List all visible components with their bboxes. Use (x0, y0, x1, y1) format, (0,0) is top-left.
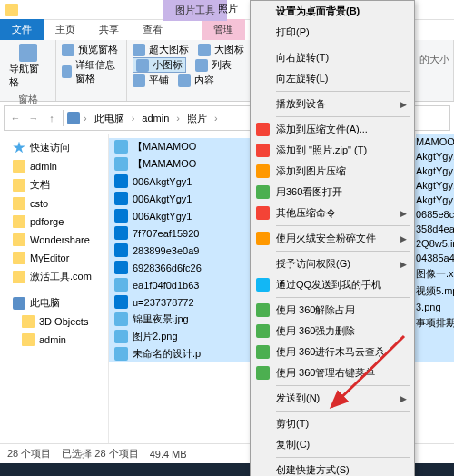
menu-item[interactable]: 添加到图片压缩 (251, 161, 414, 182)
menu-item[interactable]: 使用 360强力删除 (251, 321, 414, 342)
folder-icon (13, 252, 25, 264)
file-item[interactable]: 2Q8w5.im (416, 236, 454, 251)
crumb-user[interactable]: admin (138, 111, 173, 125)
menu-item[interactable]: 使用 360管理右键菜单 (251, 362, 414, 383)
submenu-arrow-icon: ▶ (400, 100, 407, 109)
file-type-icon (114, 312, 128, 326)
view-extra-large[interactable]: 超大图标 (133, 42, 189, 57)
file-item[interactable]: 3.png (416, 300, 454, 314)
menu-item-label: 发送到(N) (276, 392, 320, 405)
menu-item[interactable]: 添加到 "照片.zip" (T) (251, 140, 414, 161)
file-item[interactable]: 视频5.mp4 (416, 283, 454, 300)
sidebar-item-label: 3D Objects (39, 316, 88, 327)
forward-icon[interactable]: → (26, 113, 41, 124)
context-menu: 设置为桌面背景(B)打印(P)向右旋转(T)向左旋转(L)播放到设备▶添加到压缩… (250, 0, 415, 476)
view-large[interactable]: 大图标 (198, 42, 244, 57)
tab-view[interactable]: 查看 (131, 19, 174, 40)
menu-item-label: 使用 360解除占用 (276, 303, 355, 317)
status-size: 49.4 MB (150, 449, 187, 460)
menu-item-label: 其他压缩命令 (276, 206, 336, 220)
back-icon[interactable]: ← (8, 113, 23, 124)
file-item[interactable]: AkgtYgy1g (416, 149, 454, 164)
sidebar-item[interactable]: 激活工具.com (0, 267, 108, 286)
details-pane-button[interactable]: 详细信息窗格 (62, 57, 121, 86)
file-item[interactable]: AkgtYgy1h (416, 178, 454, 193)
sidebar-this-pc[interactable]: 此电脑 (0, 293, 108, 312)
menu-item[interactable]: 打印(P) (251, 22, 414, 43)
menu-item[interactable]: 使用火绒安全粉碎文件▶ (251, 228, 414, 249)
menu-item[interactable]: 添加到压缩文件(A)... (251, 119, 414, 140)
file-item[interactable]: AkgtYgy1h (416, 193, 454, 207)
view-content[interactable]: 内容 (178, 73, 214, 88)
file-item[interactable]: 图像一.xcf (416, 265, 454, 283)
menu-item[interactable]: 其他压缩命令▶ (251, 203, 414, 223)
menu-item-label: 使用 360强力删除 (276, 324, 355, 338)
menu-item-label: 播放到设备 (276, 97, 326, 111)
sidebar-quick-access[interactable]: 快速访问 (0, 138, 108, 157)
menu-item[interactable]: 授予访问权限(G)▶ (251, 253, 414, 274)
folder-icon (13, 271, 25, 283)
file-name: 3.png (416, 302, 441, 312)
file-type-icon (114, 243, 128, 257)
menu-item[interactable]: 设置为桌面背景(B) (251, 1, 414, 22)
menu-item-label: 使用 360管理右键菜单 (276, 366, 375, 380)
app-title: 照片 (218, 2, 238, 15)
panes-group-label: 窗格 (5, 91, 50, 106)
nav-pane-button[interactable]: 导航窗格 (5, 42, 50, 91)
tab-home[interactable]: 主页 (44, 19, 87, 40)
lg-icon (198, 44, 211, 56)
view-list[interactable]: 列表 (195, 57, 232, 73)
tab-manage[interactable]: 管理 (202, 19, 245, 40)
file-item[interactable]: MAMOO (416, 134, 454, 149)
file-item[interactable]: 0685e8ced (416, 207, 454, 222)
menu-item[interactable]: 复制(C) (251, 434, 414, 455)
file-item[interactable]: 事项排期表 (416, 314, 454, 332)
view-tiles[interactable]: 平铺 (133, 73, 169, 88)
menu-item[interactable]: 通过QQ发送到我的手机 (251, 274, 414, 295)
tiles-icon (133, 74, 145, 87)
menu-item[interactable]: 发送到(N)▶ (251, 388, 414, 409)
folder-icon (13, 179, 25, 192)
crumb-this-pc[interactable]: 此电脑 (91, 110, 128, 127)
sidebar-item[interactable]: csto (0, 194, 108, 213)
sidebar-item[interactable]: admin (0, 157, 108, 175)
sidebar-item[interactable]: 文档 (0, 175, 108, 194)
file-item[interactable]: 04385a4a (416, 251, 454, 265)
menu-item-icon (256, 185, 270, 199)
tab-file[interactable]: 文件 (0, 19, 44, 40)
menu-item-label: 设置为桌面背景(B) (276, 5, 360, 18)
menu-item[interactable]: 向左旋转(L) (251, 68, 414, 89)
view-small[interactable]: 小图标 (133, 57, 186, 73)
folder-icon (13, 233, 25, 246)
up-icon[interactable]: ↑ (44, 113, 59, 124)
file-item[interactable]: 358d4ea0e (416, 222, 454, 236)
sidebar-item[interactable]: admin (0, 331, 108, 349)
menu-item[interactable]: 创建快捷方式(S) (251, 460, 414, 476)
tab-share[interactable]: 共享 (87, 19, 131, 40)
sidebar-item[interactable]: MyEditor (0, 249, 108, 267)
menu-item-label: 添加到压缩文件(A)... (276, 123, 368, 136)
menu-item[interactable]: 播放到设备▶ (251, 94, 414, 114)
sidebar-item[interactable]: Wondershare (0, 231, 108, 249)
crumb-folder[interactable]: 照片 (183, 110, 211, 127)
menu-item[interactable]: 使用 360解除占用 (251, 300, 414, 321)
file-type-icon (114, 295, 128, 309)
sm-icon (136, 59, 149, 72)
file-name: 006AkgtYgy1 (133, 211, 192, 222)
file-item[interactable]: AkgtYgy1g (416, 164, 454, 178)
nav-pane-icon (19, 44, 37, 62)
file-name: 图片2.png (133, 330, 178, 343)
file-name: 006AkgtYgy1 (133, 176, 192, 187)
sidebar-item-label: 激活工具.com (30, 270, 92, 283)
preview-pane-button[interactable]: 预览窗格 (62, 42, 121, 57)
menu-item[interactable]: 用360看图打开 (251, 182, 414, 203)
menu-item[interactable]: 使用 360进行木马云查杀 (251, 342, 414, 362)
menu-item[interactable]: 向右旋转(T) (251, 47, 414, 68)
file-type-icon (114, 330, 128, 343)
folder-icon (22, 315, 35, 328)
menu-item-icon (256, 366, 270, 380)
menu-item[interactable]: 剪切(T) (251, 413, 414, 434)
sidebar-item[interactable]: pdforge (0, 213, 108, 231)
status-selected: 已选择 28 个项目 (62, 447, 138, 461)
sidebar-item[interactable]: 3D Objects (0, 312, 108, 331)
